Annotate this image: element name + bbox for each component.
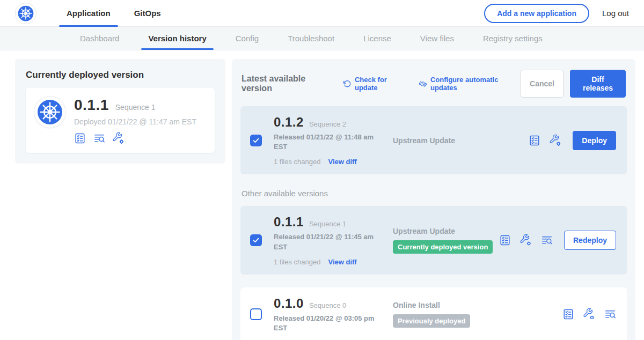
released-timestamp: Released 01/21/22 @ 11:45 am EST (274, 232, 380, 252)
version-row-0-1-0: 0.1.0 Sequence 0 Released 01/20/22 @ 03:… (240, 287, 627, 340)
preflight-checks-icon[interactable] (529, 135, 540, 146)
version-number: 0.1.2 (274, 115, 304, 130)
top-tabs: Application GitOps (55, 0, 173, 27)
check-for-update-link[interactable]: Check for update (343, 76, 408, 92)
redeploy-button[interactable]: Redeploy (564, 231, 616, 250)
top-nav-right: Add a new application Log out (484, 4, 629, 23)
version-source-label: Upstream Update (393, 227, 499, 235)
subnav-item-view-files[interactable]: View files (406, 27, 469, 50)
version-row-0-1-1: 0.1.1 Sequence 1 Released 01/21/22 @ 11:… (240, 206, 627, 274)
clock-arrows-icon (419, 79, 427, 88)
files-changed-label: 1 files changed (274, 258, 320, 266)
kubernetes-logo-icon (34, 97, 65, 128)
cancel-button[interactable]: Cancel (521, 70, 564, 98)
tab-application-label: Application (67, 9, 111, 18)
subnav-item-version-history[interactable]: Version history (134, 27, 221, 50)
preflight-checks-icon[interactable] (562, 308, 574, 320)
view-config-icon[interactable] (583, 308, 595, 320)
currently-deployed-card: Currently deployed version 0.1.1 Sequenc… (15, 59, 225, 164)
other-available-versions-title: Other available versions (241, 189, 626, 198)
view-diff-link[interactable]: View diff (328, 258, 356, 266)
version-checkbox[interactable] (250, 308, 262, 320)
sequence-label: Sequence 2 (309, 120, 346, 128)
edit-config-icon[interactable] (550, 135, 561, 146)
version-checkbox[interactable] (250, 135, 262, 146)
sequence-label: Sequence 0 (309, 301, 346, 309)
top-nav: Application GitOps Add a new application… (0, 0, 644, 27)
previously-deployed-badge: Previously deployed (393, 314, 470, 328)
subnav-item-license[interactable]: License (349, 27, 406, 50)
edit-config-icon[interactable] (520, 234, 532, 246)
kubernetes-logo-icon[interactable] (15, 3, 36, 24)
preflight-checks-icon[interactable] (74, 132, 86, 144)
subnav-item-dashboard[interactable]: Dashboard (65, 27, 134, 50)
deployed-version-card: 0.1.1 Sequence 1 Deployed 01/21/22 @ 11:… (26, 88, 215, 153)
diff-releases-button[interactable]: Diff releases (570, 70, 626, 98)
deployed-timestamp: Deployed 01/21/22 @ 11:47 am EST (74, 117, 196, 126)
edit-config-icon[interactable] (113, 132, 125, 144)
version-checkbox[interactable] (250, 234, 262, 246)
deployed-card-title: Currently deployed version (26, 70, 215, 80)
main-content: Currently deployed version 0.1.1 Sequenc… (0, 50, 644, 340)
refresh-icon (343, 79, 352, 88)
subnav-item-troubleshoot[interactable]: Troubleshoot (273, 27, 349, 50)
version-number: 0.1.1 (274, 215, 304, 230)
subnav-item-config[interactable]: Config (221, 27, 273, 50)
deployed-version-number: 0.1.1 (74, 97, 109, 114)
released-timestamp: Released 01/21/22 @ 11:48 am EST (274, 132, 380, 152)
deploy-logs-icon[interactable] (541, 234, 553, 246)
latest-available-title: Latest available version (241, 74, 332, 93)
deploy-button[interactable]: Deploy (573, 131, 616, 150)
available-versions-header: Latest available version Check for updat… (241, 70, 626, 98)
tab-application[interactable]: Application (55, 0, 122, 27)
subnav-item-registry-settings[interactable]: Registry settings (469, 27, 557, 50)
version-source-label: Online Install (393, 301, 562, 309)
released-timestamp: Released 01/20/22 @ 03:05 pm EST (274, 314, 380, 333)
files-changed-label: 1 files changed (274, 158, 320, 166)
configure-automatic-updates-link[interactable]: Configure automatic updates (419, 76, 521, 92)
currently-deployed-badge: Currently deployed version (393, 240, 493, 254)
deployed-sequence-label: Sequence 1 (115, 103, 156, 112)
view-diff-link[interactable]: View diff (328, 158, 356, 166)
logout-link[interactable]: Log out (602, 9, 629, 18)
sequence-label: Sequence 1 (309, 220, 346, 228)
deploy-logs-icon[interactable] (604, 308, 616, 320)
tab-gitops[interactable]: GitOps (122, 0, 173, 27)
version-number: 0.1.0 (274, 296, 304, 311)
version-row-0-1-2: 0.1.2 Sequence 2 Released 01/21/22 @ 11:… (240, 106, 627, 174)
deploy-logs-icon[interactable] (93, 132, 105, 144)
app-sub-nav: Dashboard Version history Config Trouble… (0, 27, 644, 50)
tab-gitops-label: GitOps (134, 9, 161, 18)
version-source-label: Upstream Update (393, 136, 529, 145)
available-versions-panel: Latest available version Check for updat… (232, 59, 635, 340)
preflight-checks-icon[interactable] (499, 234, 511, 246)
add-new-application-button[interactable]: Add a new application (484, 4, 589, 23)
